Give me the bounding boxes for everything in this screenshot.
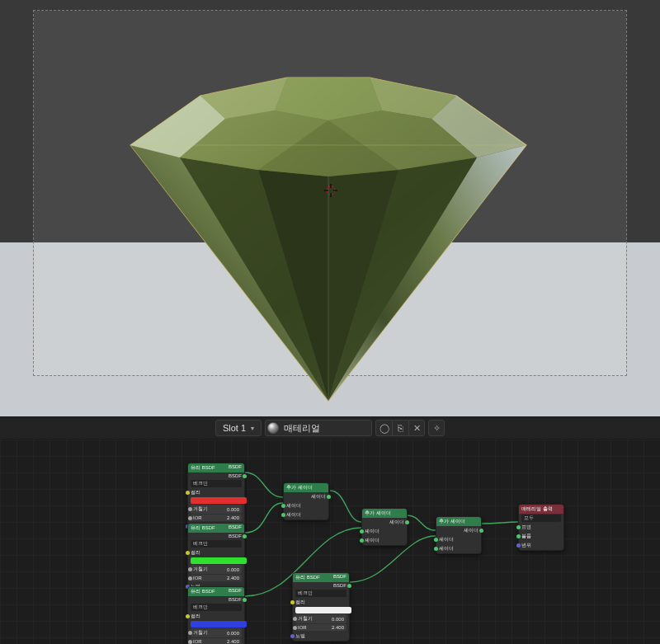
socket-out-shader[interactable]	[243, 534, 247, 538]
shield-icon: ◯	[380, 423, 389, 434]
label-ior: IOR	[193, 576, 202, 581]
socket-in-roughness[interactable]	[188, 631, 192, 635]
material-name-field[interactable]: 매테리얼	[265, 420, 372, 436]
socket-in-ior[interactable]	[293, 626, 297, 630]
node-glass-bsdf-blue[interactable]: 유리 BSDFBSDF BSDF 베크만 컬러 거칠기0.000 IOR2.40…	[187, 586, 245, 644]
duplicate-material-button[interactable]: ⎘	[392, 420, 408, 436]
pin-button[interactable]: ✧	[428, 420, 445, 436]
node-add-shader-1[interactable]: 추가 셰이더 셰이더 셰이더 셰이더	[283, 482, 329, 520]
socket-in-color[interactable]	[186, 491, 190, 495]
socket-in-surface[interactable]	[516, 525, 521, 529]
socket-in-shader-2[interactable]	[360, 538, 364, 543]
node-title: 매테리얼 출력	[521, 505, 553, 513]
socket-label-bsdf: BSDF	[229, 473, 242, 478]
value-roughness[interactable]: 0.000	[227, 507, 239, 512]
socket-in-roughness[interactable]	[293, 617, 297, 621]
node-material-output[interactable]: 매테리얼 출력 모두 표면 볼륨 변위	[518, 504, 564, 551]
socket-in-shader-1[interactable]	[281, 504, 285, 508]
viewport-3d[interactable]	[0, 0, 660, 416]
socket-out-shader[interactable]	[405, 520, 409, 524]
label-normal: 노멀	[295, 632, 305, 640]
socket-out-shader[interactable]	[243, 474, 247, 478]
node-title: 유리 BSDF	[191, 524, 215, 532]
node-glass-bsdf-white[interactable]: 유리 BSDFBSDF BSDF 베크만 컬러 거칠기0.000 IOR2.40…	[292, 572, 350, 642]
distribution-dropdown[interactable]: 베크만	[191, 480, 242, 487]
label-volume: 볼륨	[521, 533, 531, 540]
socket-in-color[interactable]	[186, 614, 190, 618]
label-color: 컬러	[191, 489, 200, 496]
slot-label: Slot 1	[223, 423, 246, 433]
label-roughness: 거칠기	[193, 505, 208, 513]
output-target-dropdown[interactable]: 모두	[521, 515, 561, 522]
chevron-down-icon: ▾	[251, 425, 254, 432]
socket-in-ior[interactable]	[188, 576, 192, 581]
value-ior[interactable]: 2.400	[227, 639, 239, 644]
label-displacement: 변위	[521, 542, 531, 549]
material-actions-group: ◯ ⎘ ✕	[375, 420, 425, 436]
node-subtitle: BSDF	[229, 588, 242, 595]
socket-in-ior[interactable]	[188, 516, 192, 520]
node-glass-bsdf-red[interactable]: 유리 BSDFBSDF BSDF 베크만 컬러 거칠기0.000 IOR2.40…	[187, 463, 245, 532]
distribution-dropdown[interactable]: 베크만	[191, 540, 242, 548]
material-header: Slot 1 ▾ 매테리얼 ◯ ⎘ ✕ ✧	[0, 416, 660, 440]
socket-in-volume[interactable]	[516, 534, 521, 538]
node-glass-bsdf-green[interactable]: 유리 BSDFBSDF BSDF 베크만 컬러 거칠기0.000 IOR2.40…	[187, 523, 245, 592]
socket-out-shader[interactable]	[243, 598, 247, 602]
socket-in-roughness[interactable]	[188, 567, 192, 571]
label-shader-2: 셰이더	[439, 545, 454, 552]
socket-in-displacement[interactable]	[516, 543, 521, 548]
value-ior[interactable]: 2.400	[227, 576, 239, 581]
node-title: 추가 셰이더	[286, 484, 313, 491]
node-subtitle: BSDF	[229, 524, 242, 532]
node-add-shader-2[interactable]: 추가 셰이더 셰이더 셰이더 셰이더	[361, 508, 408, 546]
socket-in-normal[interactable]	[290, 634, 295, 638]
socket-in-shader-1[interactable]	[434, 538, 438, 542]
color-swatch-white[interactable]	[295, 607, 351, 613]
label-color: 컬러	[191, 613, 200, 620]
node-subtitle: BSDF	[333, 574, 346, 581]
socket-in-roughness[interactable]	[188, 507, 192, 511]
distribution-dropdown[interactable]: 베크만	[295, 590, 346, 597]
label-shader-1: 셰이더	[365, 528, 380, 535]
socket-in-color[interactable]	[290, 600, 295, 604]
node-subtitle: BSDF	[229, 464, 242, 472]
fake-user-button[interactable]: ◯	[375, 420, 392, 436]
socket-label-bsdf: BSDF	[229, 597, 242, 602]
distribution-dropdown[interactable]: 베크만	[191, 604, 242, 611]
value-roughness[interactable]: 0.000	[227, 631, 239, 636]
value-roughness[interactable]: 0.000	[227, 567, 239, 572]
socket-in-shader-1[interactable]	[360, 529, 364, 534]
label-color: 컬러	[191, 549, 200, 557]
socket-out-shader[interactable]	[327, 495, 331, 499]
copy-icon: ⎘	[398, 423, 403, 433]
node-title: 추가 셰이더	[439, 518, 465, 525]
value-ior[interactable]: 2.400	[332, 625, 344, 630]
socket-in-shader-2[interactable]	[434, 547, 438, 551]
value-roughness[interactable]: 0.000	[332, 617, 344, 622]
socket-label-out: 셰이더	[389, 519, 404, 526]
color-swatch-red[interactable]	[191, 497, 247, 504]
close-icon: ✕	[413, 423, 421, 434]
color-swatch-blue[interactable]	[191, 621, 247, 628]
label-roughness: 거칠기	[193, 566, 208, 573]
label-shader-2: 셰이더	[365, 537, 380, 544]
socket-in-ior[interactable]	[188, 640, 192, 644]
socket-label-out: 셰이더	[464, 527, 478, 534]
socket-in-color[interactable]	[186, 551, 190, 555]
shader-node-editor[interactable]: 유리 BSDFBSDF BSDF 베크만 컬러 거칠기0.000 IOR2.40…	[0, 440, 660, 644]
label-shader-1: 셰이더	[439, 536, 454, 543]
label-shader-1: 셰이더	[286, 502, 301, 510]
material-slot-dropdown[interactable]: Slot 1 ▾	[215, 420, 262, 436]
socket-label-bsdf: BSDF	[229, 534, 242, 538]
socket-out-shader[interactable]	[347, 584, 351, 588]
label-color: 컬러	[295, 599, 305, 606]
node-add-shader-3[interactable]: 추가 셰이더 셰이더 셰이더 셰이더	[436, 516, 482, 554]
color-swatch-green[interactable]	[191, 557, 247, 564]
socket-in-shader-2[interactable]	[281, 513, 285, 517]
value-ior[interactable]: 2.400	[227, 515, 239, 520]
label-shader-2: 셰이더	[286, 511, 301, 519]
socket-out-shader[interactable]	[479, 529, 483, 533]
node-title: 유리 BSDF	[295, 574, 320, 581]
unlink-material-button[interactable]: ✕	[408, 420, 425, 436]
socket-label-out: 셰이더	[311, 493, 326, 501]
